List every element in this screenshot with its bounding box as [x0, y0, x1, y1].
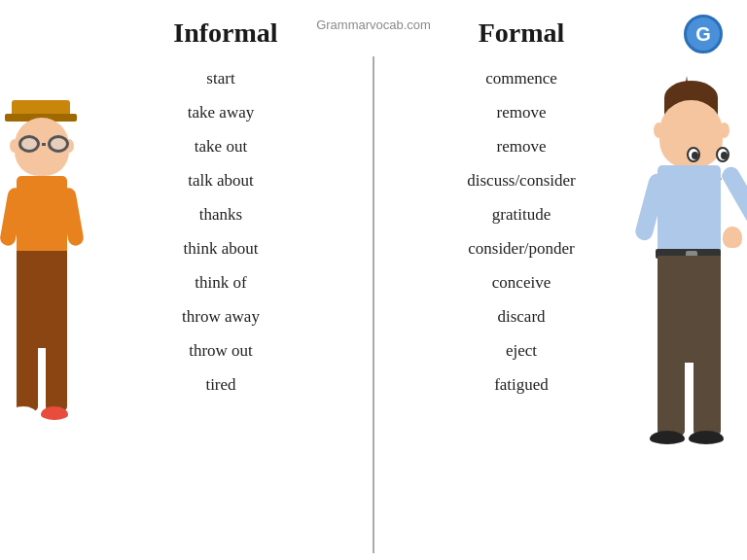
informal-word: talk about [188, 163, 254, 197]
informal-word: take away [188, 95, 254, 129]
formal-word: eject [506, 334, 537, 368]
formal-word: gratitude [492, 197, 551, 231]
informal-word: think about [184, 231, 259, 265]
formal-word-list: commenceremoveremovediscuss/considergrat… [374, 56, 747, 553]
informal-word: tired [205, 368, 235, 402]
informal-word: start [206, 61, 234, 95]
formal-word: discuss/consider [467, 163, 575, 197]
divider [373, 56, 374, 553]
formal-word: remove [497, 95, 547, 129]
formal-word: discard [497, 300, 545, 334]
informal-word: take out [195, 129, 247, 163]
informal-word: thanks [199, 197, 242, 231]
informal-word: throw away [182, 300, 260, 334]
formal-word: fatigued [494, 368, 549, 402]
informal-word: think of [195, 266, 246, 300]
watermark: Grammarvocab.com [316, 18, 431, 32]
formal-word: consider/ponder [468, 231, 575, 265]
informal-word: throw out [189, 334, 253, 368]
informal-word-list: starttake awaytake outtalk aboutthanksth… [0, 56, 374, 553]
content-area: starttake awaytake outtalk aboutthanksth… [0, 56, 747, 553]
formal-word: conceive [492, 266, 551, 300]
formal-word: commence [485, 61, 557, 95]
formal-word: remove [497, 129, 547, 163]
logo: G [684, 15, 723, 53]
